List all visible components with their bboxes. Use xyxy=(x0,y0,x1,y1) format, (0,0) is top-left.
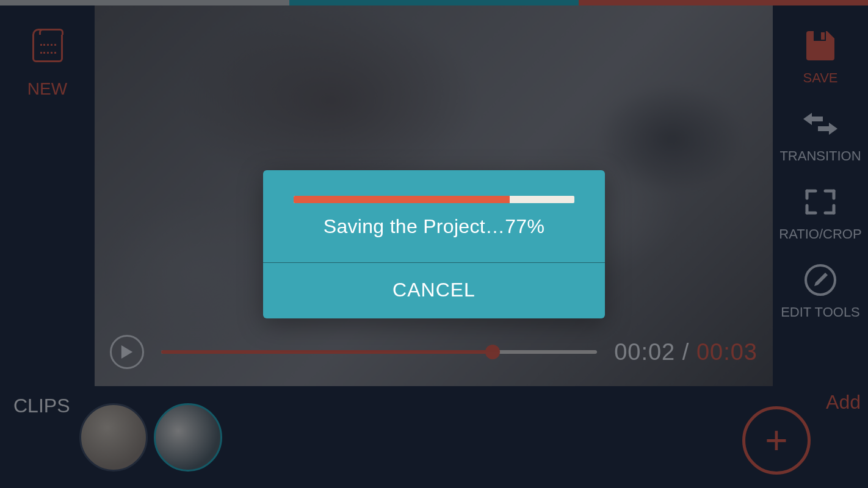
progress-text: Saving the Project…77% xyxy=(294,215,574,238)
cancel-button[interactable]: CANCEL xyxy=(263,263,605,318)
save-progress-dialog: Saving the Project…77% CANCEL xyxy=(263,170,605,318)
modal-overlay: Saving the Project…77% CANCEL xyxy=(0,0,868,488)
progress-bar xyxy=(294,196,574,203)
